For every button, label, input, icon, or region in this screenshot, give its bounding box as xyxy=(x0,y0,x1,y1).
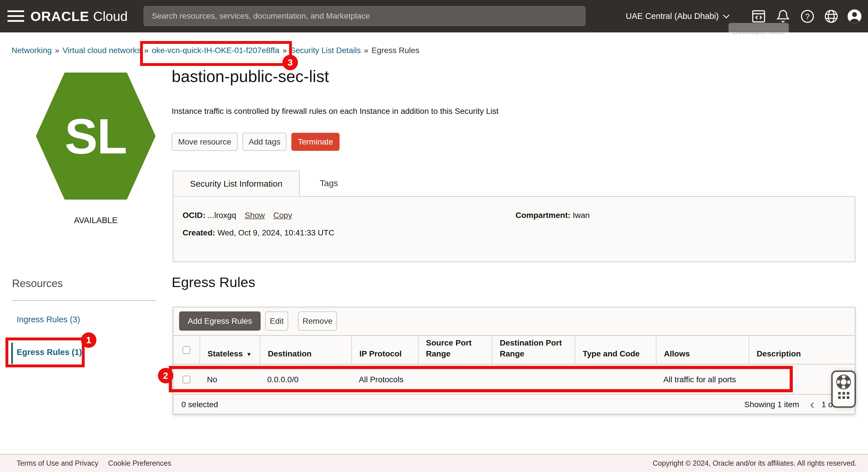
sort-descending-icon[interactable]: ▼ xyxy=(246,351,252,358)
sidebar-divider xyxy=(12,300,156,301)
add-egress-rules-button[interactable]: Add Egress Rules xyxy=(179,311,260,331)
resources-heading: Resources xyxy=(12,278,63,290)
security-list-information-panel: OCID: ...lroxgq Show Copy Created: Wed, … xyxy=(173,196,856,262)
status-badge: AVAILABLE xyxy=(36,216,156,225)
select-all-cell xyxy=(174,336,199,364)
move-resource-button[interactable]: Move resource xyxy=(172,133,238,151)
column-header-stateless[interactable]: Stateless ▼ xyxy=(199,336,260,364)
breadcrumb-virtual-cloud-networks[interactable]: Virtual cloud networks xyxy=(63,46,141,55)
selected-count: 0 selected xyxy=(181,395,218,414)
ocid-show-link[interactable]: Show xyxy=(245,211,265,220)
page-description: Instance traffic is controlled by firewa… xyxy=(172,107,499,116)
remove-button[interactable]: Remove xyxy=(298,311,337,331)
stateless-header-label: Stateless xyxy=(208,348,243,359)
sidebar-active-indicator xyxy=(11,343,13,364)
sidebar-item-egress-rules[interactable]: Egress Rules (1) xyxy=(17,347,82,357)
breadcrumb-separator: » xyxy=(282,46,287,55)
ocid-value: ...lroxgq xyxy=(208,211,236,220)
table-row[interactable]: No 0.0.0.0/0 All Protocols All traffic f… xyxy=(174,365,855,395)
compartment-value: Iwan xyxy=(572,211,590,220)
egress-rules-table-panel: Add Egress Rules Edit Remove Stateless ▼… xyxy=(173,307,856,414)
ocid-label: OCID: xyxy=(183,211,205,220)
ocid-copy-link[interactable]: Copy xyxy=(273,211,292,220)
oci-console-page: ORACLE Cloud UAE Central (Abu Dhabi) ? D… xyxy=(0,0,868,472)
terminate-button[interactable]: Terminate xyxy=(291,133,340,151)
created-label: Created: xyxy=(183,228,215,237)
cell-type-and-code xyxy=(575,365,656,394)
select-all-checkbox[interactable] xyxy=(183,346,190,354)
breadcrumb-security-list-details[interactable]: Security List Details xyxy=(290,46,361,55)
cell-stateless: No xyxy=(199,365,260,394)
search-input[interactable] xyxy=(144,6,586,26)
copyright-text: Copyright © 2024, Oracle and/or its affi… xyxy=(653,459,857,467)
notifications-bell-icon[interactable] xyxy=(775,8,792,25)
egress-rules-heading: Egress Rules xyxy=(172,274,255,290)
life-ring-icon xyxy=(835,374,852,390)
cell-source-port-range xyxy=(418,365,492,394)
breadcrumb: Networking » Virtual cloud networks » ok… xyxy=(11,46,420,55)
row-select-cell xyxy=(174,365,199,394)
compartment-label: Compartment: xyxy=(516,211,570,220)
sidebar-item-ingress-rules[interactable]: Ingress Rules (3) xyxy=(17,315,80,324)
hamburger-bar xyxy=(7,20,24,22)
cookie-preferences-link[interactable]: Cookie Preferences xyxy=(108,459,172,467)
developer-tools-icon[interactable] xyxy=(750,8,767,25)
cell-allows: All traffic for all ports xyxy=(656,365,749,394)
cell-destination-port-range xyxy=(492,365,575,394)
breadcrumb-vcn-name[interactable]: oke-vcn-quick-IH-OKE-01-f207e8ffa xyxy=(152,46,280,55)
hamburger-bar xyxy=(7,10,24,12)
tab-tags[interactable]: Tags xyxy=(309,171,349,196)
created-row: Created: Wed, Oct 9, 2024, 10:41:33 UTC xyxy=(183,228,334,237)
annotation-circle-1: 1 xyxy=(81,332,96,348)
showing-items-text: Showing 1 item xyxy=(744,395,799,414)
column-header-source-port-range: Source Port Range xyxy=(418,336,492,364)
annotation-circle-2: 2 xyxy=(158,368,174,383)
tooltip-text: Developer tools xyxy=(733,27,785,36)
user-avatar-icon[interactable] xyxy=(846,8,863,25)
floating-help-widget[interactable] xyxy=(831,370,856,408)
terms-of-use-link[interactable]: Terms of Use and Privacy xyxy=(17,459,98,467)
cell-destination: 0.0.0.0/0 xyxy=(260,365,351,394)
edit-button[interactable]: Edit xyxy=(265,311,288,331)
grid-dots-icon xyxy=(833,392,855,399)
security-list-hexagon-icon: SL xyxy=(36,72,156,200)
help-icon[interactable]: ? xyxy=(799,8,816,25)
logo-cloud-text: Cloud xyxy=(93,9,127,24)
breadcrumb-separator: » xyxy=(144,46,149,55)
oracle-cloud-logo[interactable]: ORACLE Cloud xyxy=(30,0,128,32)
column-header-description: Description xyxy=(749,336,855,364)
column-header-ip-protocol: IP Protocol xyxy=(351,336,418,364)
language-globe-icon[interactable] xyxy=(823,8,840,25)
column-header-destination-port-range: Destination Port Range xyxy=(492,336,575,364)
hamburger-bar xyxy=(7,15,24,17)
logo-oracle-text: ORACLE xyxy=(30,8,89,24)
resource-actions: Move resource Add tags Terminate xyxy=(172,133,340,151)
column-header-destination: Destination xyxy=(260,336,351,364)
tab-security-list-information[interactable]: Security List Information xyxy=(173,171,300,196)
table-header-row: Stateless ▼ Destination IP Protocol Sour… xyxy=(174,335,855,365)
breadcrumb-egress-rules: Egress Rules xyxy=(371,46,420,55)
cell-ip-protocol: All Protocols xyxy=(351,365,418,394)
breadcrumb-networking[interactable]: Networking xyxy=(11,46,52,55)
region-label: UAE Central (Abu Dhabi) xyxy=(626,11,719,21)
egress-rules-toolbar: Add Egress Rules Edit Remove xyxy=(174,307,855,335)
compartment-row: Compartment: Iwan xyxy=(516,211,590,220)
created-value: Wed, Oct 9, 2024, 10:41:33 UTC xyxy=(217,228,334,237)
chevron-down-icon xyxy=(723,12,730,19)
ocid-row: OCID: ...lroxgq Show Copy xyxy=(183,211,292,220)
column-header-allows: Allows xyxy=(656,336,749,364)
pagination-previous-icon[interactable]: ‹ xyxy=(810,395,814,413)
developer-tools-tooltip: Developer tools xyxy=(728,23,789,40)
column-header-type-and-code: Type and Code xyxy=(575,336,656,364)
region-selector[interactable]: UAE Central (Abu Dhabi) xyxy=(626,0,728,32)
security-list-initials: SL xyxy=(65,108,127,165)
breadcrumb-separator: » xyxy=(55,46,59,55)
add-tags-button[interactable]: Add tags xyxy=(243,133,286,151)
footer-bar: Terms of Use and Privacy Cookie Preferen… xyxy=(0,454,868,472)
hamburger-menu-icon[interactable] xyxy=(7,10,24,22)
svg-text:?: ? xyxy=(805,12,809,21)
row-checkbox[interactable] xyxy=(183,376,190,383)
page-title: bastion-public-sec-list xyxy=(172,67,329,86)
breadcrumb-separator: » xyxy=(364,46,369,55)
